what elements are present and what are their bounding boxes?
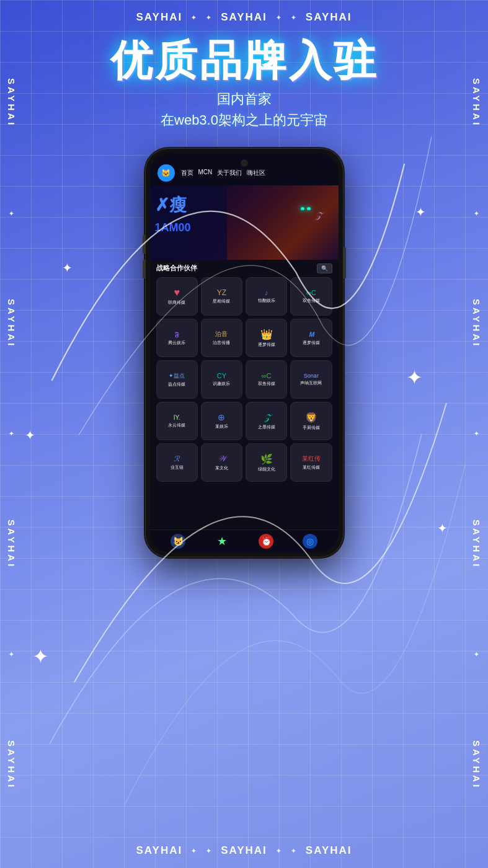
- phone-inner: 🐱 首页 MCN 关于我们 嗨社区 ✗瘦1AM00: [150, 153, 339, 552]
- partner-name-16: 手厨传媒: [303, 425, 320, 430]
- partners-grid: ♥ 联商传媒 YZ 星相传媒 ♪ 怡翻娱乐: [156, 277, 332, 482]
- sparkle-3: ✦: [62, 260, 73, 275]
- partner-card-16[interactable]: 🦁 手厨传媒: [290, 402, 332, 440]
- app-logo: 🐱: [157, 164, 175, 182]
- partner-icon-8: 𝙈: [309, 330, 314, 339]
- partner-card-14[interactable]: ⊕ 某娱乐: [201, 402, 242, 440]
- star-right-1: ✦: [474, 210, 480, 217]
- nav-mcn[interactable]: MCN: [198, 169, 213, 177]
- partner-card-15[interactable]: 𝒵 之墨传媒: [246, 402, 287, 440]
- sayhai-top-bar: SAYHAI ✦ ✦ SAYHAI ✦ ✦ SAYHAI: [0, 11, 488, 24]
- partner-name-18: 某文化: [215, 465, 228, 471]
- star-right-2: ✦: [474, 430, 480, 437]
- partner-card-18[interactable]: 𝒲 某文化: [201, 443, 242, 482]
- partner-card-17[interactable]: ℛ 业互链: [156, 443, 198, 482]
- partner-card-3[interactable]: ♪ 怡翻娱乐: [246, 277, 287, 316]
- partner-name-20: 某红传媒: [303, 464, 320, 470]
- sayhai-right-3: SAYHAI: [471, 520, 482, 569]
- bottom-nav-star[interactable]: ★: [215, 534, 229, 549]
- partner-name-3: 怡翻娱乐: [258, 298, 275, 303]
- star-bottom-4: ✦: [291, 848, 297, 854]
- star-deco-1: ✦: [191, 14, 197, 21]
- partner-card-4[interactable]: ∞C 双鱼传媒: [290, 277, 332, 316]
- star-right-3: ✦: [474, 651, 480, 658]
- partner-name-13: 永云传媒: [168, 422, 185, 428]
- partner-card-2[interactable]: YZ 星相传媒: [201, 277, 242, 316]
- star-left-2: ✦: [9, 430, 15, 437]
- sayhai-left-bar: SAYHAI ✦ SAYHAI ✦ SAYHAI ✦ SAYHAI: [6, 0, 17, 868]
- partner-name-12: 声纳互联网: [300, 380, 322, 386]
- star-deco-2: ✦: [206, 14, 212, 21]
- partner-name-5: 腾云娱乐: [168, 340, 185, 345]
- partner-icon-18: 𝒲: [218, 454, 225, 464]
- hero-bg-gradient: [227, 185, 339, 260]
- partner-icon-2: YZ: [217, 288, 226, 297]
- partner-card-1[interactable]: ♥ 联商传媒: [156, 277, 198, 316]
- star-bottom-2: ✦: [206, 848, 212, 854]
- sparkle-1: ✦: [406, 366, 423, 389]
- power-button: [344, 247, 346, 278]
- sayhai-right-4: SAYHAI: [471, 740, 482, 789]
- bottom-nav-clock[interactable]: ⏰: [259, 534, 273, 549]
- phone-bottom-nav: 😺 ★ ⏰ ◎: [150, 529, 339, 552]
- partners-header: 战略合作伙伴 🔍: [156, 264, 332, 273]
- partner-icon-20: 某红传: [302, 454, 321, 463]
- partner-card-10[interactable]: CY 识趣娱乐: [201, 360, 242, 399]
- volume-button-2: [143, 260, 145, 278]
- star-left-1: ✦: [9, 210, 15, 217]
- sayhai-label-1: SAYHAI: [136, 11, 182, 24]
- sparkle-2: ✦: [32, 645, 49, 668]
- sayhai-left-2: SAYHAI: [6, 299, 17, 348]
- partner-name-6: 泊音传播: [213, 340, 230, 345]
- search-icon: 🔍: [321, 265, 328, 272]
- phone-navbar: 🐱 首页 MCN 关于我们 嗨社区: [150, 153, 339, 185]
- camera-notch: [241, 159, 248, 167]
- partner-name-10: 识趣娱乐: [213, 381, 230, 386]
- partner-icon-4: ∞C: [306, 289, 316, 296]
- partner-card-6[interactable]: 泊音 泊音传播: [201, 319, 242, 357]
- partner-icon-15: 𝒵: [264, 412, 270, 423]
- nav-home[interactable]: 首页: [181, 169, 193, 177]
- bottom-nav-home[interactable]: 😺: [171, 534, 185, 549]
- partner-card-20[interactable]: 某红传 某红传媒: [290, 443, 332, 482]
- partner-icon-19: 🌿: [260, 453, 273, 465]
- partner-name-17: 业互链: [171, 464, 184, 470]
- star-left-3: ✦: [9, 651, 15, 658]
- partner-card-13[interactable]: IY. 永云传媒: [156, 402, 198, 440]
- partner-card-9[interactable]: ✦益点 益点传媒: [156, 360, 198, 399]
- partner-icon-12: Sonar: [304, 373, 319, 379]
- sayhai-bottom-3: SAYHAI: [306, 844, 352, 857]
- partner-card-7[interactable]: 👑 逐梦传媒: [246, 319, 287, 357]
- bottom-nav-circle[interactable]: ◎: [303, 534, 317, 549]
- star-bottom-1: ✦: [191, 848, 197, 854]
- partners-search-box[interactable]: 🔍: [317, 264, 332, 273]
- hero-z-char: 𝒵: [315, 210, 321, 221]
- partners-section: 战略合作伙伴 🔍 ♥ 联商传媒 YZ: [150, 260, 339, 529]
- nav-community[interactable]: 嗨社区: [247, 169, 265, 177]
- sayhai-bottom-2: SAYHAI: [221, 844, 267, 857]
- partner-name-9: 益点传媒: [168, 381, 185, 387]
- nav-about[interactable]: 关于我们: [217, 169, 242, 177]
- partner-card-5[interactable]: 𝕱 腾云娱乐: [156, 319, 198, 357]
- phone-mockup: 🐱 首页 MCN 关于我们 嗨社区 ✗瘦1AM00: [145, 148, 344, 557]
- sayhai-left-1: SAYHAI: [6, 78, 17, 127]
- partner-card-8[interactable]: 𝙈 逐梦传媒: [290, 319, 332, 357]
- partner-icon-17: ℛ: [174, 454, 180, 463]
- partner-card-19[interactable]: 🌿 绿能文化: [246, 443, 287, 482]
- sayhai-right-bar: SAYHAI ✦ SAYHAI ✦ SAYHAI ✦ SAYHAI: [471, 0, 482, 868]
- glow-eye-1: [301, 207, 304, 210]
- sayhai-right-2: SAYHAI: [471, 299, 482, 348]
- partner-card-12[interactable]: Sonar 声纳互联网: [290, 360, 332, 399]
- main-content: SAYHAI ✦ ✦ SAYHAI ✦ ✦ SAYHAI SAYHAI ✦ SA…: [0, 0, 488, 868]
- sayhai-left-4: SAYHAI: [6, 740, 17, 789]
- star-deco-4: ✦: [291, 14, 297, 21]
- partner-name-1: 联商传媒: [168, 299, 185, 305]
- partner-icon-13: IY.: [174, 414, 180, 421]
- partner-card-11[interactable]: ∞C 双鱼传媒: [246, 360, 287, 399]
- partner-icon-1: ♥: [174, 287, 180, 298]
- partner-icon-9: ✦益点: [169, 372, 185, 380]
- star-deco-3: ✦: [276, 14, 282, 21]
- partner-name-7: 逐梦传媒: [258, 342, 275, 347]
- glow-eye-2: [307, 207, 311, 210]
- phone-hero-banner: ✗瘦1AM00 𝒵: [150, 185, 339, 260]
